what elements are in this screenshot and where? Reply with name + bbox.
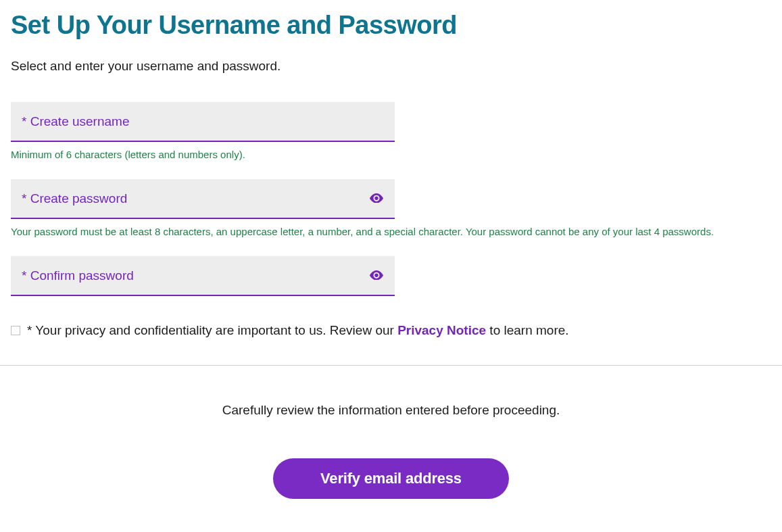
username-input-container: * Create username bbox=[11, 102, 395, 142]
page-title: Set Up Your Username and Password bbox=[11, 11, 771, 40]
password-field-wrapper: * Create password Your password must be … bbox=[11, 179, 771, 237]
instruction-text: Select and enter your username and passw… bbox=[11, 59, 771, 74]
password-hint: Your password must be at least 8 charact… bbox=[11, 226, 771, 237]
privacy-text: * Your privacy and confidentiality are i… bbox=[27, 323, 569, 338]
confirm-password-input[interactable] bbox=[11, 256, 395, 295]
privacy-row: * Your privacy and confidentiality are i… bbox=[11, 323, 771, 338]
review-text: Carefully review the information entered… bbox=[222, 403, 560, 418]
bottom-section: Carefully review the information entered… bbox=[0, 366, 782, 512]
privacy-prefix: * Your privacy and confidentiality are i… bbox=[27, 323, 397, 337]
privacy-notice-link[interactable]: Privacy Notice bbox=[397, 323, 486, 337]
username-hint: Minimum of 6 characters (letters and num… bbox=[11, 149, 771, 160]
password-input-container: * Create password bbox=[11, 179, 395, 219]
password-input[interactable] bbox=[11, 179, 395, 218]
username-input[interactable] bbox=[11, 102, 395, 141]
privacy-checkbox[interactable] bbox=[11, 326, 20, 335]
confirm-visibility-toggle-icon[interactable] bbox=[369, 270, 384, 281]
privacy-suffix: to learn more. bbox=[486, 323, 569, 337]
password-visibility-toggle-icon[interactable] bbox=[369, 193, 384, 204]
verify-email-button[interactable]: Verify email address bbox=[273, 458, 509, 499]
username-field-wrapper: * Create username Minimum of 6 character… bbox=[11, 102, 771, 160]
confirm-field-wrapper: * Confirm password bbox=[11, 256, 771, 296]
confirm-input-container: * Confirm password bbox=[11, 256, 395, 296]
